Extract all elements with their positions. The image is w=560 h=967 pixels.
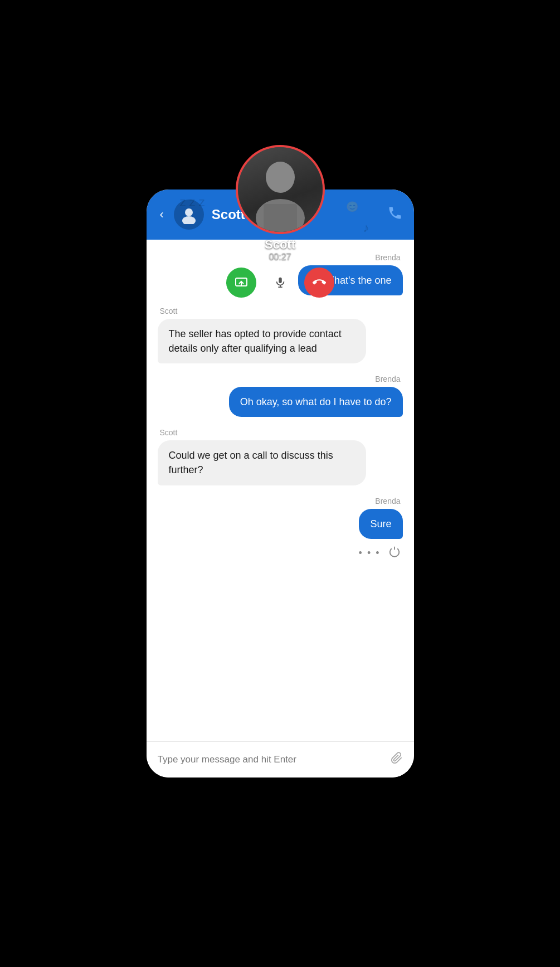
msg-sender-1: Brenda bbox=[373, 253, 402, 262]
msg-sender-4: Scott bbox=[158, 428, 180, 437]
mute-button[interactable] bbox=[265, 268, 295, 298]
msg-sender-3: Brenda bbox=[373, 375, 402, 383]
svg-point-9 bbox=[182, 216, 196, 224]
end-call-button[interactable] bbox=[304, 268, 334, 298]
avatar-silhouette bbox=[247, 154, 314, 232]
power-icon[interactable] bbox=[388, 546, 401, 561]
msg-bubble-4: Could we get on a call to discuss this f… bbox=[158, 440, 366, 485]
message-row-3: Brenda Oh okay, so what do I have to do? bbox=[158, 375, 403, 417]
msg-bubble-2: The seller has opted to provide contact … bbox=[158, 319, 366, 363]
svg-rect-2 bbox=[264, 204, 297, 232]
header-avatar bbox=[174, 200, 204, 230]
screen-share-icon bbox=[235, 276, 248, 289]
svg-point-0 bbox=[266, 162, 295, 193]
chat-input-area bbox=[147, 741, 414, 778]
caller-name: Scott bbox=[265, 237, 295, 252]
phone-button[interactable] bbox=[387, 205, 403, 224]
message-row-2: Scott The seller has opted to provide co… bbox=[158, 307, 403, 363]
svg-point-8 bbox=[185, 208, 193, 216]
msg-bubble-3: Oh okay, so what do I have to do? bbox=[229, 387, 403, 417]
chat-body: Brenda Yes That's the one Scott The sell… bbox=[147, 240, 414, 741]
contact-avatar-icon bbox=[179, 205, 198, 224]
message-row-4: Scott Could we get on a call to discuss … bbox=[158, 428, 403, 485]
attach-icon[interactable] bbox=[391, 752, 403, 767]
message-input[interactable] bbox=[158, 754, 385, 765]
message-row-5: Brenda Sure bbox=[158, 497, 403, 539]
call-timer: 00:27 bbox=[265, 252, 295, 262]
msg-bubble-5: Sure bbox=[359, 509, 402, 539]
screen-share-button[interactable] bbox=[226, 268, 256, 298]
msg-sender-5: Brenda bbox=[373, 497, 402, 506]
call-overlay: Scott 00:27 bbox=[226, 145, 334, 298]
back-button[interactable]: ‹ bbox=[158, 205, 166, 224]
caller-info: Scott 00:27 bbox=[265, 237, 295, 262]
deco-music: ♪ bbox=[363, 221, 369, 235]
caller-avatar bbox=[236, 145, 325, 234]
power-svg bbox=[388, 546, 401, 558]
microphone-icon bbox=[274, 276, 286, 289]
phone-container: Scott 00:27 bbox=[147, 189, 414, 778]
end-call-icon bbox=[313, 276, 326, 289]
msg-sender-2: Scott bbox=[158, 307, 180, 315]
svg-rect-5 bbox=[279, 278, 282, 283]
call-controls bbox=[226, 268, 334, 298]
more-options-icon[interactable]: • • • bbox=[359, 547, 381, 559]
message-actions: • • • bbox=[158, 546, 403, 561]
phone-icon bbox=[387, 205, 403, 221]
paperclip-svg bbox=[391, 752, 403, 764]
